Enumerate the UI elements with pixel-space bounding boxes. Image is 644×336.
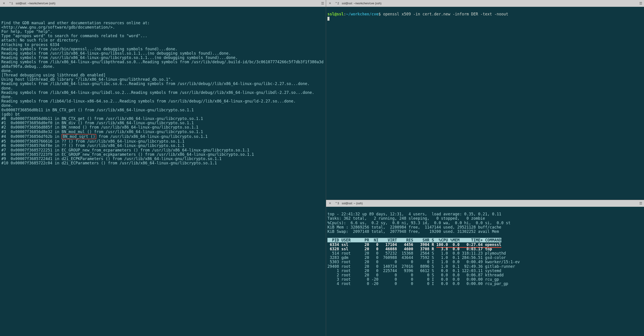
top-summary-line: top - 22:41:32 up 89 days, 12:31, 4 user… bbox=[328, 212, 501, 216]
right-top-pane: ✕ ⌃2 ssl@ssl: ~/workchen/cve (ssh) ☰ ssl… bbox=[326, 0, 644, 200]
menu-icon[interactable]: ☰ bbox=[639, 201, 642, 206]
cursor bbox=[328, 17, 330, 21]
top-summary-line: KiB Mem : 32869256 total, 2200984 free, … bbox=[328, 225, 501, 229]
terminal-bottom-right[interactable]: top - 22:41:32 up 89 days, 12:31, 4 user… bbox=[326, 207, 644, 336]
close-icon[interactable]: ✕ bbox=[328, 201, 332, 206]
menu-icon[interactable]: ☰ bbox=[321, 1, 324, 6]
tabbar-left: ✕ ⌃1 ssl@ssl: ~/workchen/cve (ssh) ☰ bbox=[0, 0, 326, 7]
close-icon[interactable]: ✕ bbox=[2, 1, 6, 6]
tab-title: ssl@ssl: ~ (ssh) bbox=[342, 201, 362, 206]
highlighted-function: BN_mod_sqrt () bbox=[62, 134, 96, 139]
top-summary-line: %Cpu(s): 6.6 us, 0.2 sy, 0.0 ni, 93.3 id… bbox=[328, 221, 511, 225]
right-bottom-pane: ✕ ⌃3 ssl@ssl: ~ (ssh) ☰ top - 22:41:32 u… bbox=[326, 200, 644, 336]
tabbar-top-right: ✕ ⌃2 ssl@ssl: ~/workchen/cve (ssh) ☰ bbox=[326, 0, 644, 7]
close-icon[interactable]: ✕ bbox=[328, 1, 332, 6]
top-header-row: PID USER PR NI VIRT RES SHR S %CPU %MEM … bbox=[328, 238, 501, 242]
tab-index-label: ⌃1 bbox=[9, 1, 13, 6]
right-column: ✕ ⌃2 ssl@ssl: ~/workchen/cve (ssh) ☰ ssl… bbox=[326, 0, 644, 336]
top-process-row: 4 root 0 -20 0 0 0 I 0.0 0.0 0:00.00 rcu… bbox=[328, 281, 508, 286]
tab-title: ssl@ssl: ~/workchen/cve (ssh) bbox=[342, 1, 381, 6]
top-process-row: 29408 root 20 0 140724 27016 8896 S 1.0 … bbox=[328, 264, 515, 269]
top-process-row: 3283 gdm 20 0 760988 43644 7592 S 1.0 0.… bbox=[328, 255, 506, 260]
left-pane: ✕ ⌃1 ssl@ssl: ~/workchen/cve (ssh) ☰ Fin… bbox=[0, 0, 326, 336]
tab-title: ssl@ssl: ~/workchen/cve (ssh) bbox=[16, 1, 55, 6]
top-process-row: 1 root 20 0 225744 9396 6612 S 0.0 0.1 1… bbox=[328, 268, 501, 273]
terminal-left[interactable]: Find the GDB manual and other documentat… bbox=[0, 7, 326, 336]
top-process-row: 3 root 0 -20 0 0 0 I 0.0 0.0 0:00.00 rcu… bbox=[328, 277, 499, 282]
top-summary-line: KiB Swap: 2097148 total, 2077948 free, 1… bbox=[328, 229, 499, 234]
top-summary-line: Tasks: 362 total, 2 running, 248 sleepin… bbox=[328, 216, 485, 221]
gdb-output: Find the GDB manual and other documentat… bbox=[1, 16, 324, 170]
top-process-row: 514 root 20 0 57232 15368 2564 S 1.0 0.0… bbox=[328, 251, 506, 256]
top-process-row: 2 root 20 0 0 0 0 S 0.0 0.0 0:06.87 kthr… bbox=[328, 273, 504, 277]
command-text: openssl x509 -in cert.der.new -inform DE… bbox=[381, 12, 508, 16]
top-process-row: 5303 root 20 0 0 0 0 I 1.0 0.0 0:00.49 k… bbox=[328, 260, 520, 264]
terminal-top-right[interactable]: ssl@ssl:~/workchen/cve$ openssl x509 -in… bbox=[326, 7, 644, 200]
top-process-row: 6328 ssl 20 0 46088 4600 3708 R 3.8 0.0 … bbox=[328, 247, 492, 251]
tab-index-label: ⌃2 bbox=[335, 1, 339, 6]
tab-index-label: ⌃3 bbox=[335, 201, 339, 206]
tabbar-bottom-right: ✕ ⌃3 ssl@ssl: ~ (ssh) ☰ bbox=[326, 200, 644, 207]
menu-icon[interactable]: ☰ bbox=[639, 1, 642, 6]
shell-prompt: ssl@ssl:~/workchen/cve$ openssl x509 -in… bbox=[328, 12, 508, 16]
